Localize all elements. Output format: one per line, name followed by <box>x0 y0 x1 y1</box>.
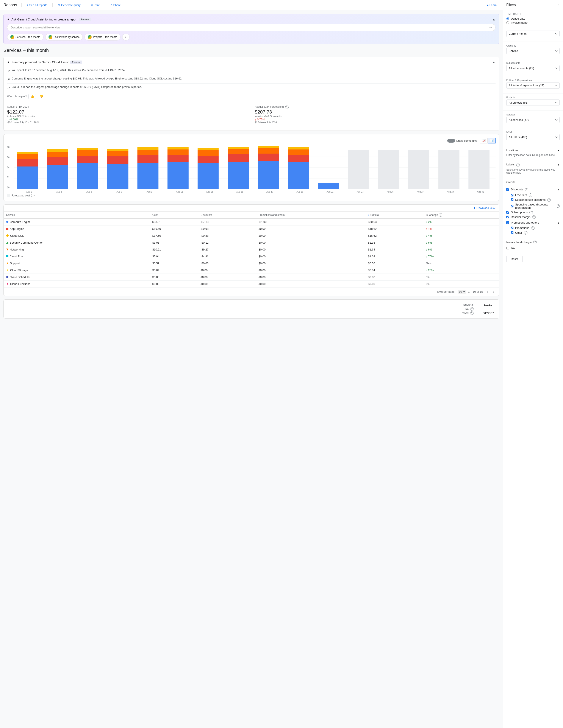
thumbs-up-button[interactable]: 👍 <box>28 94 36 99</box>
gemini-collapse-button[interactable]: ▲ <box>492 17 496 21</box>
share-link[interactable]: ↗ Share <box>107 2 123 8</box>
svg-rect-47 <box>378 150 399 189</box>
subaccounts-select[interactable]: All subaccounts (27) <box>506 65 560 71</box>
invoice-month-radio[interactable]: Invoice month <box>506 21 560 24</box>
learn-link[interactable]: ● Learn <box>484 2 499 8</box>
sustained-use-checkbox[interactable] <box>511 198 513 201</box>
promotions-row[interactable]: Promotions ? <box>511 226 560 230</box>
projects-label: Projects <box>506 96 560 99</box>
skus-select[interactable]: All SKUs (408) <box>506 134 560 140</box>
spending-based-checkbox[interactable] <box>511 205 513 207</box>
y-label-6: $6 <box>7 156 9 159</box>
tax-help-icon[interactable]: ? <box>470 307 474 311</box>
subscriptions-label: Subscriptions <box>511 211 528 214</box>
reseller-margin-checkbox[interactable] <box>506 216 509 218</box>
rows-per-page-select[interactable]: 10 25 50 <box>458 290 466 294</box>
promotions-others-checkbox[interactable] <box>506 221 509 224</box>
other-checkbox[interactable] <box>511 231 513 234</box>
labels-help-icon[interactable]: ? <box>516 163 520 166</box>
change-help-icon[interactable]: ? <box>439 213 442 217</box>
th-cost: Cost <box>150 212 198 219</box>
subscriptions-checkbox[interactable] <box>506 211 509 214</box>
sustained-use-row[interactable]: Sustained use discounts ? <box>511 198 560 202</box>
pagination-range: 1 – 10 of 15 <box>468 290 483 293</box>
usage-date-radio[interactable]: Usage date <box>506 17 560 20</box>
free-tiers-checkbox[interactable] <box>511 194 513 196</box>
subscriptions-row[interactable]: Subscriptions ? <box>506 210 560 215</box>
cost-cell-6: $5.94 <box>150 253 198 260</box>
metric-forecasted: August 2024 (forecasted) ? $207.73 inclu… <box>255 105 496 124</box>
prev-page-button[interactable]: ‹ <box>485 289 489 294</box>
forecasted-credit-note: includes -$43.27 in credits <box>255 115 496 117</box>
group-by-select[interactable]: Service Project <box>506 48 560 54</box>
gcp-icon-1 <box>10 35 14 39</box>
group-by-section: Group by Service Project <box>503 42 563 59</box>
spending-help[interactable]: ? <box>557 204 560 208</box>
forecasted-change: ↑ 0.75% <box>255 118 496 121</box>
top-navigation: Reports ≡ See all reports ⊕ Generate que… <box>0 0 503 10</box>
promotions-others-row[interactable]: Promotions and others <box>506 220 539 225</box>
filters-collapse-button[interactable]: › <box>558 3 560 7</box>
reset-button[interactable]: Reset <box>506 256 523 262</box>
tax-checkbox[interactable] <box>506 247 509 249</box>
quick-report-projects[interactable]: Projects – this month <box>84 34 120 40</box>
generate-query-link[interactable]: ⊕ Generate query <box>55 2 83 8</box>
gemini-search-input[interactable] <box>11 26 490 29</box>
line-chart-btn[interactable]: 📈 <box>480 138 488 143</box>
projects-select[interactable]: All projects (55) <box>506 100 560 106</box>
see-all-reports-link[interactable]: ≡ See all reports <box>24 2 50 8</box>
next-page-button[interactable]: › <box>492 289 496 294</box>
discounts-help-icon[interactable]: ? <box>525 188 528 191</box>
folders-select[interactable]: All folders/organizations (28) <box>506 82 560 89</box>
sparkle-icon: ✦ <box>7 18 10 21</box>
reseller-help[interactable]: ? <box>532 215 536 219</box>
promotions-arrow <box>557 221 560 224</box>
usage-date-input[interactable] <box>506 17 509 20</box>
promotions-checkbox[interactable] <box>511 227 513 229</box>
x-label-aug19: Aug 19 <box>285 191 315 193</box>
summary-collapse-button[interactable]: ▲ <box>492 60 496 64</box>
quick-report-more[interactable]: › <box>122 34 129 40</box>
locations-collapse[interactable]: Locations <box>506 148 560 153</box>
services-select[interactable]: All services (47) <box>506 117 560 123</box>
forecasted-help-icon-2[interactable]: ? <box>31 194 34 197</box>
x-label-aug5: Aug 5 <box>74 191 104 193</box>
show-cumulative-toggle[interactable]: Show cumulative <box>447 139 477 143</box>
promotions-collapse[interactable]: Promotions and others <box>506 219 560 226</box>
promotions-help[interactable]: ? <box>531 226 535 230</box>
other-row[interactable]: Other ? <box>511 230 560 235</box>
invoice-charges-title: Invoice level charges <box>506 241 532 244</box>
bar-chart-btn[interactable]: 📊 <box>488 138 496 143</box>
forecasted-help-icon[interactable]: ? <box>285 106 289 109</box>
total-help-icon[interactable]: ? <box>470 311 474 315</box>
discounts-checkbox[interactable] <box>506 188 509 191</box>
discounts-collapse[interactable]: Discounts ? <box>506 186 560 193</box>
free-tiers-row[interactable]: Free tiers ? <box>511 193 560 198</box>
subscriptions-help[interactable]: ? <box>529 211 533 214</box>
spending-based-row[interactable]: Spending based discounts (contractual) ? <box>511 202 560 210</box>
period-select[interactable]: Current month Last month Last 3 months <box>506 31 560 37</box>
service-icon-3 <box>6 234 9 237</box>
sustained-help[interactable]: ? <box>547 198 551 202</box>
discounts-checkbox-row[interactable]: Discounts ? <box>506 187 528 192</box>
tax-row-filter[interactable]: Tax <box>506 246 560 250</box>
cumulative-switch[interactable] <box>447 139 455 143</box>
quick-report-services[interactable]: Services – this month <box>7 34 44 40</box>
invoice-charges-help[interactable]: ? <box>533 241 537 244</box>
page-title: Services – this month <box>3 48 499 53</box>
labels-collapse[interactable]: Labels ? <box>506 162 560 167</box>
service-cell-1: Compute Engine <box>4 219 150 226</box>
generate-query-label: Generate query <box>61 3 80 7</box>
other-help[interactable]: ? <box>524 231 527 235</box>
cost-cell-2: $19.60 <box>150 226 198 232</box>
quick-report-last-invoice[interactable]: Last invoice by service <box>45 34 83 40</box>
invoice-month-input[interactable] <box>506 21 509 24</box>
thumbs-down-button[interactable]: 👎 <box>38 94 45 99</box>
print-link[interactable]: ⎙ Print <box>89 2 102 8</box>
th-promotions: Promotions and others <box>256 212 366 219</box>
free-tiers-help[interactable]: ? <box>529 193 532 197</box>
trend-icon-2: ↗ <box>7 77 10 82</box>
download-csv-button[interactable]: ⬇ Download CSV <box>473 206 496 210</box>
reseller-margin-row[interactable]: Reseller margin ? <box>506 215 560 219</box>
invoice-charges-section: Invoice level charges ? Tax <box>503 238 563 253</box>
